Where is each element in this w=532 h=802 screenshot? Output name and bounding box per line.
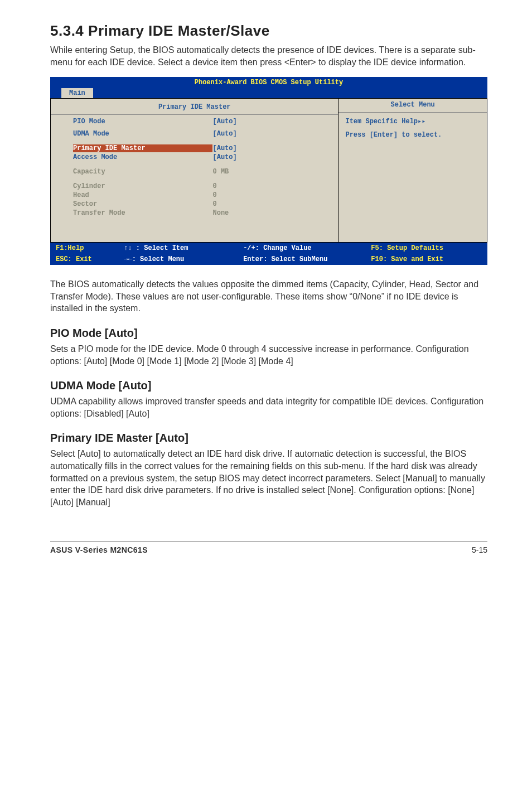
bios-row[interactable]: Access Mode [Auto] [51, 153, 338, 162]
pio-text: Sets a PIO mode for the IDE device. Mode… [50, 343, 487, 367]
bios-footer-key: ESC: Exit [56, 255, 124, 263]
section-heading: 5.3.4 Primary IDE Master/Slave [50, 22, 487, 40]
bios-footer-row1: F1:Help ↑↓ : Select Item -/+: Change Val… [50, 243, 487, 254]
bios-footer-key: ↑↓ : Select Item [124, 244, 243, 252]
bios-footer-key: -/+: Change Value [243, 244, 371, 252]
post-bios-paragraph: The BIOS automatically detects the value… [50, 278, 487, 315]
bios-row-label: Primary IDE Master [73, 144, 212, 152]
bios-row-value: 0 [212, 200, 327, 208]
bios-row-label: UDMA Mode [73, 130, 212, 138]
bios-row[interactable]: UDMA Mode [Auto] [51, 129, 338, 138]
bios-row-label: PIO Mode [73, 118, 212, 125]
bios-title: Phoenix-Award BIOS CMOS Setup Utility [50, 77, 487, 88]
primary-text: Select [Auto] to automatically detect an… [50, 448, 487, 508]
bios-left-header: Primary IDE Master [51, 101, 338, 115]
bios-row[interactable]: PIO Mode [Auto] [51, 117, 338, 126]
section-intro: While entering Setup, the BIOS automatic… [50, 44, 487, 68]
bios-tab-main[interactable]: Main [61, 88, 93, 98]
bios-row: Sector 0 [51, 200, 338, 209]
bios-window: Phoenix-Award BIOS CMOS Setup Utility Ma… [50, 77, 487, 265]
bios-tabstrip: Main [50, 88, 487, 98]
bios-row-value: None [212, 209, 327, 217]
bios-row: Capacity 0 MB [51, 167, 338, 176]
bios-help-area: Item Specific Help▸▸ Press [Enter] to se… [338, 113, 487, 149]
bios-row: Transfer Mode None [51, 209, 338, 218]
bios-main-area: Primary IDE Master PIO Mode [Auto] UDMA … [50, 98, 487, 243]
bios-right-header: Select Menu [338, 99, 487, 113]
bios-row-value: 0 [212, 182, 327, 190]
bios-row-selected[interactable]: Primary IDE Master [Auto] [51, 144, 338, 153]
bios-row-label: Cylinder [73, 182, 212, 190]
bios-footer-key: →←: Select Menu [124, 255, 243, 263]
footer-product: ASUS V-Series M2NC61S [50, 545, 148, 554]
footer-page-number: 5-15 [472, 545, 487, 554]
bios-row: Cylinder 0 [51, 182, 338, 191]
primary-heading: Primary IDE Master [Auto] [50, 432, 487, 445]
bios-row-value: 0 [212, 191, 327, 199]
bios-right-panel: Select Menu Item Specific Help▸▸ Press [… [338, 98, 487, 243]
bios-footer-key: Enter: Select SubMenu [243, 255, 371, 263]
bios-row-value: [Auto] [212, 144, 327, 152]
bios-left-panel: Primary IDE Master PIO Mode [Auto] UDMA … [50, 98, 338, 243]
pio-heading: PIO Mode [Auto] [50, 327, 487, 340]
bios-row-label: Sector [73, 200, 212, 208]
bios-row-label: Transfer Mode [73, 209, 212, 217]
bios-footer-key: F5: Setup Defaults [371, 244, 482, 252]
bios-footer-key: F10: Save and Exit [371, 255, 482, 263]
bios-footer-key: F1:Help [56, 244, 124, 252]
bios-footer-row2: ESC: Exit →←: Select Menu Enter: Select … [50, 254, 487, 265]
bios-help-line2: Press [Enter] to select. [345, 131, 480, 139]
bios-row: Head 0 [51, 191, 338, 200]
bios-help-line1: Item Specific Help▸▸ [345, 117, 480, 125]
bios-row-value: [Auto] [212, 130, 327, 138]
bios-row-value: [Auto] [212, 118, 327, 125]
bios-row-value: 0 MB [212, 168, 327, 176]
bios-row-value: [Auto] [212, 153, 327, 161]
udma-text: UDMA capability allows improved transfer… [50, 395, 487, 419]
udma-heading: UDMA Mode [Auto] [50, 379, 487, 392]
bios-row-label: Capacity [73, 168, 212, 176]
page-footer: ASUS V-Series M2NC61S 5-15 [50, 542, 487, 554]
bios-row-label: Head [73, 191, 212, 199]
bios-row-label: Access Mode [73, 153, 212, 161]
